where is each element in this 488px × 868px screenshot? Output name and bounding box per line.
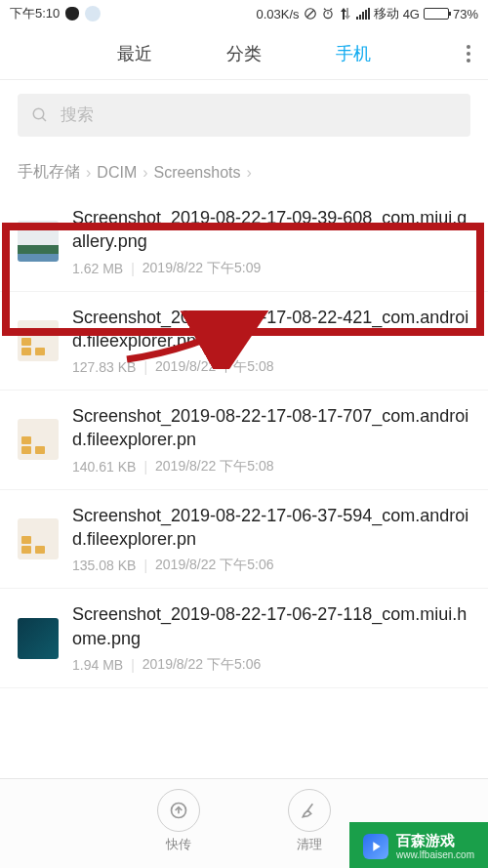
file-meta: 140.61 KB | 2019/8/22 下午5:08	[72, 458, 470, 475]
crumb-screenshots[interactable]: Screenshots	[154, 164, 241, 182]
chevron-right-icon: ›	[246, 164, 251, 182]
overflow-menu-icon[interactable]	[467, 45, 470, 62]
carrier-label: 移动	[374, 5, 399, 22]
upload-icon	[157, 789, 200, 832]
signal-icon	[356, 7, 370, 21]
status-left: 下午5:10	[10, 5, 101, 22]
search-container	[0, 80, 488, 146]
svg-line-14	[42, 117, 46, 121]
crumb-root[interactable]: 手机存储	[18, 162, 80, 183]
fast-transfer-button[interactable]: 快传	[157, 789, 200, 853]
file-thumbnail	[18, 320, 59, 361]
tab-recent[interactable]: 最近	[117, 42, 152, 65]
tabs-bar: 最近 分类 手机	[0, 27, 488, 80]
svg-rect-10	[362, 12, 364, 20]
file-meta: 1.94 MB | 2019/8/22 下午5:06	[72, 656, 470, 674]
file-info: Screenshot_2019-08-22-17-08-17-707_com.a…	[72, 404, 470, 475]
clean-label: 清理	[297, 836, 322, 853]
svg-line-1	[306, 11, 313, 18]
breadcrumb: 手机存储 › DCIM › Screenshots ›	[0, 146, 488, 192]
list-item[interactable]: Screenshot_2019-08-22-17-08-17-707_com.a…	[0, 391, 488, 490]
clean-button[interactable]: 清理	[288, 789, 331, 853]
status-right: 0.03K/s 移动 4G 73%	[257, 5, 478, 22]
file-meta: 1.62 MB | 2019/8/22 下午5:09	[72, 260, 470, 277]
file-thumbnail	[18, 221, 59, 262]
qq-icon	[65, 7, 79, 21]
file-name: Screenshot_2019-08-22-17-08-17-707_com.a…	[72, 404, 470, 452]
watermark-title: 百森游戏	[396, 832, 474, 848]
svg-line-4	[324, 9, 326, 10]
file-size: 140.61 KB	[72, 459, 136, 475]
file-size: 1.62 MB	[72, 261, 123, 276]
file-date: 2019/8/22 下午5:08	[155, 458, 273, 475]
clock-time: 下午5:10	[10, 5, 60, 22]
file-size: 1.94 MB	[72, 657, 123, 673]
svg-point-13	[33, 108, 44, 119]
notification-icon	[85, 6, 101, 21]
watermark: 百森游戏 www.lfbaisen.com	[349, 822, 488, 868]
svg-rect-12	[368, 8, 370, 20]
file-name: Screenshot_2019-08-22-17-06-27-118_com.m…	[72, 602, 470, 650]
file-info: Screenshot_2019-08-22-17-06-37-594_com.a…	[72, 504, 470, 575]
file-name: Screenshot_2019-08-22-17-06-37-594_com.a…	[72, 504, 470, 552]
svg-marker-6	[341, 8, 346, 20]
file-size: 127.83 KB	[72, 359, 136, 375]
chevron-right-icon: ›	[142, 164, 147, 182]
broom-icon	[288, 789, 331, 832]
tab-category[interactable]: 分类	[226, 42, 262, 65]
fast-transfer-label: 快传	[166, 836, 191, 853]
dnd-icon	[304, 7, 317, 21]
watermark-logo-icon	[363, 834, 388, 859]
list-item[interactable]: Screenshot_2019-08-22-17-08-22-421_com.a…	[0, 292, 488, 392]
file-date: 2019/8/22 下午5:09	[142, 260, 261, 277]
file-info: Screenshot_2019-08-22-17-09-39-608_com.m…	[72, 206, 470, 277]
chevron-right-icon: ›	[86, 164, 91, 182]
file-list: Screenshot_2019-08-22-17-09-39-608_com.m…	[0, 192, 488, 688]
battery-icon	[424, 8, 449, 20]
svg-point-2	[324, 11, 332, 19]
data-arrows-icon	[339, 7, 352, 21]
list-item[interactable]: Screenshot_2019-08-22-17-06-37-594_com.a…	[0, 490, 488, 590]
search-input[interactable]	[61, 105, 457, 125]
search-icon	[31, 106, 49, 124]
file-date: 2019/8/22 下午5:08	[155, 358, 273, 376]
svg-line-5	[330, 9, 332, 10]
svg-rect-11	[365, 10, 367, 20]
file-thumbnail	[18, 419, 59, 460]
svg-rect-9	[359, 15, 361, 20]
status-bar: 下午5:10 0.03K/s 移动 4G 73%	[0, 0, 488, 27]
search-box[interactable]	[18, 94, 470, 137]
crumb-dcim[interactable]: DCIM	[97, 164, 137, 182]
file-name: Screenshot_2019-08-22-17-09-39-608_com.m…	[72, 206, 470, 254]
file-name: Screenshot_2019-08-22-17-08-22-421_com.a…	[72, 306, 470, 353]
svg-marker-7	[345, 8, 350, 20]
file-size: 135.08 KB	[72, 558, 136, 573]
file-date: 2019/8/22 下午5:06	[142, 656, 261, 674]
watermark-url: www.lfbaisen.com	[396, 849, 474, 861]
file-info: Screenshot_2019-08-22-17-08-22-421_com.a…	[72, 306, 470, 377]
file-date: 2019/8/22 下午5:06	[155, 557, 273, 574]
file-thumbnail	[18, 618, 59, 659]
svg-marker-18	[373, 842, 380, 850]
file-meta: 127.83 KB | 2019/8/22 下午5:08	[72, 358, 470, 376]
battery-percent: 73%	[453, 7, 478, 21]
list-item[interactable]: Screenshot_2019-08-22-17-06-27-118_com.m…	[0, 589, 488, 688]
tab-phone[interactable]: 手机	[336, 42, 371, 65]
file-info: Screenshot_2019-08-22-17-06-27-118_com.m…	[72, 602, 470, 674]
network-label: 4G	[403, 7, 420, 21]
svg-rect-8	[356, 17, 358, 20]
file-thumbnail	[18, 518, 59, 559]
svg-line-17	[307, 804, 312, 810]
net-speed: 0.03K/s	[257, 7, 300, 21]
list-item[interactable]: Screenshot_2019-08-22-17-09-39-608_com.m…	[0, 192, 488, 292]
alarm-icon	[321, 7, 335, 21]
file-meta: 135.08 KB | 2019/8/22 下午5:06	[72, 557, 470, 574]
